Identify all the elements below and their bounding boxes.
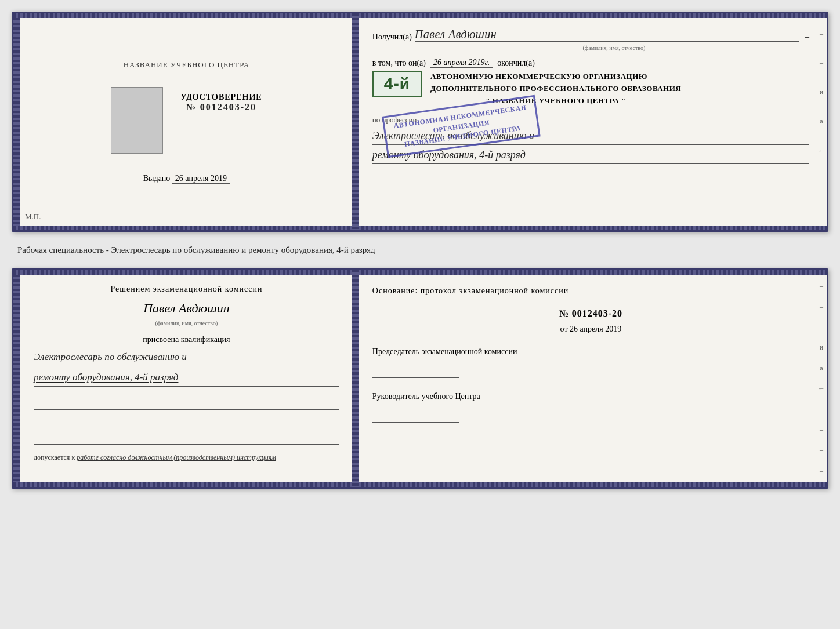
training-center-title: НАЗВАНИЕ УЧЕБНОГО ЦЕНТРА <box>124 60 249 70</box>
blank-line-3 <box>34 430 339 445</box>
protocol-number: № 0012403-20 <box>372 308 809 319</box>
right-dashes-top: – – и а ← – – <box>816 13 827 230</box>
person-name-bottom: Павел Авдюшин <box>34 301 339 318</box>
bottom-doc-left: Решением экзаменационной комиссии Павел … <box>13 270 355 487</box>
fio-hint-top: (фамилия, имя, отчество) <box>419 45 809 51</box>
allowed-work-value: работе согласно должностным (производств… <box>77 453 276 461</box>
grade-badge: 4-й <box>372 71 422 97</box>
qualification-line1: Электрослесарь по обслуживанию и <box>34 349 339 366</box>
cert-number-section: УДОСТОВЕРЕНИЕ № 0012403-20 <box>180 93 262 112</box>
bottom-document: Решением экзаменационной комиссии Павел … <box>12 268 828 489</box>
completion-date: 26 апреля 2019г. <box>430 58 493 68</box>
cert-label: УДОСТОВЕРЕНИЕ <box>180 93 262 102</box>
blank-line-1 <box>34 395 339 410</box>
speciality-label: Рабочая специальность - Электрослесарь п… <box>12 242 828 258</box>
photo-placeholder <box>111 87 163 154</box>
received-name: Павел Авдюшин <box>415 28 799 42</box>
commission-decision: Решением экзаменационной комиссии <box>34 285 339 294</box>
blank-lines <box>34 395 339 445</box>
top-doc-left: НАЗВАНИЕ УЧЕБНОГО ЦЕНТРА УДОСТОВЕРЕНИЕ №… <box>13 13 355 230</box>
cert-number: № 0012403-20 <box>186 102 256 112</box>
blank-line-2 <box>34 413 339 427</box>
protocol-date: от 26 апреля 2019 <box>372 325 809 334</box>
spine-decoration <box>352 13 359 230</box>
director-section: Руководитель учебного Центра <box>372 390 809 426</box>
issued-date: 26 апреля 2019 <box>172 174 230 184</box>
top-doc-right: Получил(а) Павел Авдюшин – (фамилия, имя… <box>355 13 827 230</box>
org-info: АВТОНОМНУЮ НЕКОММЕРЧЕСКУЮ ОРГАНИЗАЦИЮ ДО… <box>430 71 681 107</box>
grade-stamp-area: 4-й АВТОНОМНУЮ НЕКОММЕРЧЕСКУЮ ОРГАНИЗАЦИ… <box>372 71 809 107</box>
bottom-spine <box>352 270 359 487</box>
director-signature <box>372 411 459 423</box>
basis-title: Основание: протокол экзаменационной коми… <box>372 285 809 297</box>
allowed-work: допускается к работе согласно должностны… <box>34 453 339 462</box>
top-document: НАЗВАНИЕ УЧЕБНОГО ЦЕНТРА УДОСТОВЕРЕНИЕ №… <box>12 12 828 232</box>
cert-text-area: УДОСТОВЕРЕНИЕ № 0012403-20 <box>180 87 262 159</box>
photo-cert-row: УДОСТОВЕРЕНИЕ № 0012403-20 <box>111 87 262 159</box>
qualification-line2: ремонту оборудования, 4-й разряд <box>34 369 339 387</box>
in-that-line: в том, что он(а) 26 апреля 2019г. окончи… <box>372 58 809 68</box>
bottom-doc-right: Основание: протокол экзаменационной коми… <box>355 270 827 487</box>
page-container: НАЗВАНИЕ УЧЕБНОГО ЦЕНТРА УДОСТОВЕРЕНИЕ №… <box>12 12 828 489</box>
assigned-qualification: присвоена квалификация <box>34 335 339 344</box>
issued-date-section: Выдано 26 апреля 2019 <box>143 174 230 184</box>
received-line: Получил(а) Павел Авдюшин – <box>372 28 809 42</box>
chairman-section: Председатель экзаменационной комиссии <box>372 346 809 381</box>
chairman-signature <box>372 366 459 378</box>
fio-hint-bottom: (фамилия, имя, отчество) <box>34 320 339 326</box>
right-dashes-bottom: – – – и а ← – – – – <box>816 270 827 487</box>
mp-label: М.П. <box>25 212 41 221</box>
